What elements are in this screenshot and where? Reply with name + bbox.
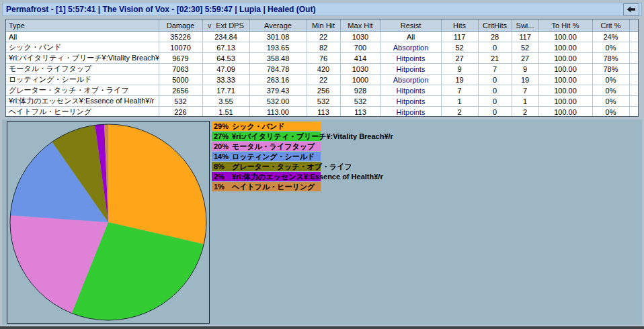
cell: モータル・ライフタップ [6, 64, 159, 75]
legend-item[interactable]: 29%シック・バンド [212, 122, 321, 131]
cell: 10070 [159, 42, 202, 53]
column-header-8[interactable]: CritHits [478, 19, 512, 32]
cell: 7 [478, 64, 512, 75]
cell: 100.00 [538, 42, 592, 53]
cell: Hitpoints [380, 53, 441, 64]
cell-filler [629, 64, 638, 75]
encounter-title: Permafrost - [1] 5:57:41 | The Vision of… [3, 5, 315, 14]
cell: 358.48 [249, 53, 307, 64]
cell: 113 [340, 107, 380, 117]
chart-area: 29%シック・バンド27%¥ri:バイタリティ・ブリーチ¥:Vitality B… [2, 120, 642, 325]
column-header-9[interactable]: Swi... [512, 19, 538, 32]
cell: 82 [307, 42, 340, 53]
column-header-6[interactable]: Resist [380, 19, 441, 32]
cell: 0% [592, 85, 629, 96]
cell: 9 [512, 64, 538, 75]
legend-item[interactable]: 27%¥ri:バイタリティ・ブリーチ¥:Vitality Breach¥/r [212, 132, 321, 141]
cell: 0 [478, 96, 512, 107]
cell: 17.71 [202, 85, 249, 96]
column-header-5[interactable]: Max Hit [340, 19, 380, 32]
cell: 234.84 [202, 32, 249, 42]
column-header-1[interactable]: Damage [159, 19, 202, 32]
cell: 1030 [340, 32, 380, 42]
pie-chart[interactable] [7, 122, 209, 323]
table-row[interactable]: グレーター・タッチ・オブ・ライフ265617.71379.43256928Hit… [6, 85, 638, 96]
column-header-3[interactable]: Average [249, 19, 307, 32]
cell: 47.09 [202, 64, 249, 75]
left-arrow-icon [627, 6, 636, 13]
table-row[interactable]: ヘイトフル・ヒーリング2261.51113.00113113Hitpoints2… [6, 107, 638, 117]
back-button[interactable] [623, 3, 639, 15]
cell: 76 [307, 53, 340, 64]
table-row[interactable]: ロッティング・シールド500033.33263.16221000Absorpti… [6, 75, 638, 85]
cell: 7 [512, 85, 538, 96]
cell: 1030 [340, 64, 380, 75]
cell: 9679 [159, 53, 202, 64]
cell: 9 [441, 64, 478, 75]
legend-label: 14%ロッティング・シールド [212, 152, 321, 161]
cell: 532 [340, 96, 380, 107]
legend-label: 2%¥ri:体力のエッセンス¥:Essence of Health¥/r [212, 172, 321, 181]
cell: 0% [592, 96, 629, 107]
table-row[interactable]: モータル・ライフタップ706347.09784.784201030Hitpoin… [6, 64, 638, 75]
cell: 100.00 [538, 96, 592, 107]
cell: 7 [441, 85, 478, 96]
cell: 256 [307, 85, 340, 96]
cell: 379.43 [249, 85, 307, 96]
column-header-11[interactable]: Crit % [592, 19, 629, 32]
legend-item[interactable]: 20%モータル・ライフタップ [212, 142, 321, 151]
cell: 2 [441, 107, 478, 117]
cell: 78% [592, 64, 629, 75]
cell-filler [629, 107, 638, 117]
cell: 22 [307, 32, 340, 42]
column-header-2[interactable]: vExt DPS [202, 19, 249, 32]
table-row[interactable]: All35226234.84301.08221030All11728117100… [6, 32, 638, 42]
chart-legend: 29%シック・バンド27%¥ri:バイタリティ・ブリーチ¥:Vitality B… [212, 122, 588, 192]
stats-table: TypeDamagevExt DPSAverageMin HitMax HitR… [6, 19, 639, 117]
cell: 0% [592, 107, 629, 117]
cell: 532.00 [249, 96, 307, 107]
cell: 100.00 [538, 53, 592, 64]
table-row[interactable]: シック・バンド1007067.13193.6582700Absorption52… [6, 42, 638, 53]
cell: 52 [441, 42, 478, 53]
cell: Absorption [380, 75, 441, 85]
column-header-10[interactable]: To Hit % [538, 19, 592, 32]
cell: 117 [441, 32, 478, 42]
cell: ロッティング・シールド [6, 75, 159, 85]
cell: ¥ri:体力のエッセンス¥:Essence of Health¥/r [6, 96, 159, 107]
legend-item[interactable]: 2%¥ri:体力のエッセンス¥:Essence of Health¥/r [212, 172, 321, 181]
column-header-7[interactable]: Hits [441, 19, 478, 32]
cell: 100.00 [538, 75, 592, 85]
cell-filler [629, 53, 638, 64]
table-row[interactable]: ¥ri:バイタリティ・ブリーチ¥:Vitality Breach¥/r96796… [6, 53, 638, 64]
legend-item[interactable]: 14%ロッティング・シールド [212, 152, 321, 161]
cell: 784.78 [249, 64, 307, 75]
cell: Hitpoints [380, 64, 441, 75]
cell: 3.55 [202, 96, 249, 107]
column-header-0[interactable]: Type [6, 19, 159, 32]
cell: 0 [478, 75, 512, 85]
column-header-4[interactable]: Min Hit [307, 19, 340, 32]
column-header-filler [629, 19, 638, 32]
combat-parser-window: Permafrost - [1] 5:57:41 | The Vision of… [0, 0, 644, 329]
legend-item[interactable]: 1%ヘイトフル・ヒーリング [212, 182, 321, 191]
cell: Hitpoints [380, 96, 441, 107]
cell: 100.00 [538, 85, 592, 96]
cell: Absorption [380, 42, 441, 53]
cell: グレーター・タッチ・オブ・ライフ [6, 85, 159, 96]
cell: 1000 [340, 75, 380, 85]
table-row[interactable]: ¥ri:体力のエッセンス¥:Essence of Health¥/r5323.5… [6, 96, 638, 107]
cell: 532 [159, 96, 202, 107]
legend-item[interactable]: 8%グレーター・タッチ・オブ・ライフ [212, 162, 321, 171]
table-body: All35226234.84301.08221030All11728117100… [6, 32, 638, 117]
cell: Hitpoints [380, 85, 441, 96]
cell-filler [629, 32, 638, 42]
cell: 117 [512, 32, 538, 42]
cell: 2656 [159, 85, 202, 96]
cell: 0 [478, 42, 512, 53]
table-header-row: TypeDamagevExt DPSAverageMin HitMax HitR… [6, 19, 638, 32]
cell: 52 [512, 42, 538, 53]
title-bar: Permafrost - [1] 5:57:41 | The Vision of… [2, 3, 642, 16]
cell: 100.00 [538, 32, 592, 42]
cell: 35226 [159, 32, 202, 42]
